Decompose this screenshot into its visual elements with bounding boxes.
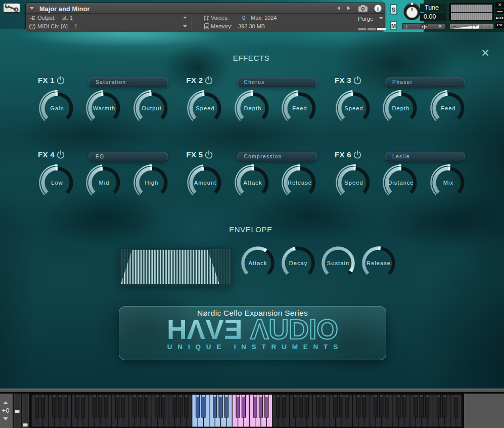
svg-text:+0: +0: [2, 407, 10, 414]
svg-text:Speed: Speed: [196, 105, 214, 111]
svg-text:Mix: Mix: [443, 180, 453, 186]
svg-text:Release: Release: [366, 260, 391, 266]
svg-text:Mid: Mid: [99, 180, 109, 186]
svg-text:Output: Output: [142, 105, 162, 111]
svg-text:Low: Low: [51, 180, 63, 186]
svg-text:Depth: Depth: [244, 105, 261, 111]
svg-text:Release: Release: [288, 180, 312, 186]
svg-text:Distance: Distance: [388, 180, 414, 186]
svg-text:Feed: Feed: [292, 105, 307, 111]
svg-text:i: i: [377, 6, 379, 12]
svg-text:Gain: Gain: [50, 105, 64, 111]
svg-text:Decay: Decay: [289, 260, 307, 266]
svg-text:Sustain: Sustain: [327, 260, 349, 266]
svg-text:High: High: [145, 180, 158, 186]
svg-text:Attack: Attack: [243, 180, 262, 186]
svg-text:Speed: Speed: [344, 105, 363, 111]
svg-text:Amount: Amount: [194, 180, 217, 186]
svg-text:Depth: Depth: [392, 105, 410, 111]
svg-text:Warmth: Warmth: [93, 105, 116, 111]
svg-text:Speed: Speed: [344, 180, 363, 186]
svg-text:Feed: Feed: [441, 105, 455, 111]
svg-text:Attack: Attack: [248, 260, 267, 266]
